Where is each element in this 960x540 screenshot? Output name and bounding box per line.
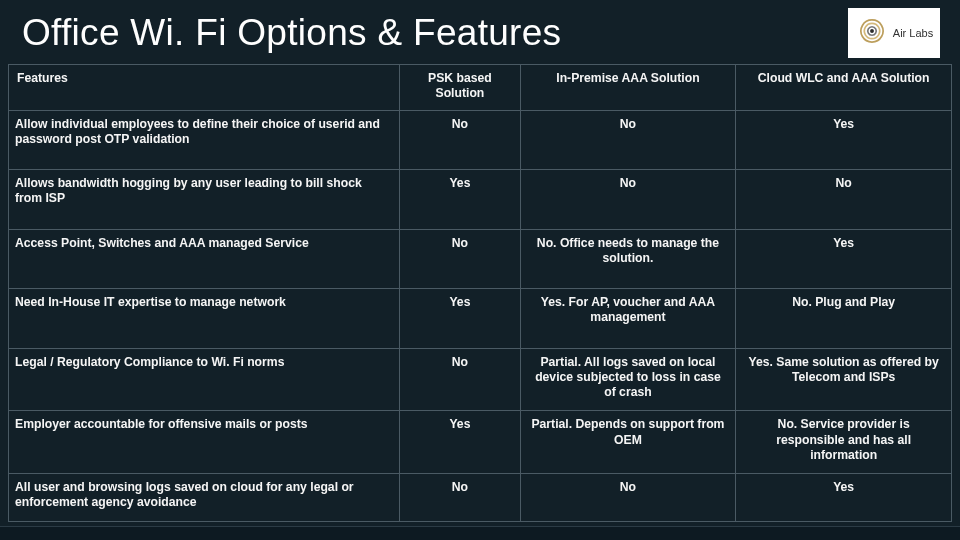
cell-psk: Yes (400, 170, 520, 230)
cell-feature: Legal / Regulatory Compliance to Wi. Fi … (9, 348, 400, 411)
cell-psk: No (400, 110, 520, 170)
comparison-table: Features PSK based Solution In-Premise A… (8, 64, 952, 522)
col-header-premise: In-Premise AAA Solution (520, 65, 736, 111)
swirl-icon (855, 14, 889, 52)
cell-feature: Access Point, Switches and AAA managed S… (9, 229, 400, 289)
cell-premise: No. Office needs to manage the solution. (520, 229, 736, 289)
cell-premise: No (520, 170, 736, 230)
cell-cloud: Yes (736, 110, 952, 170)
cell-premise: No (520, 110, 736, 170)
cell-feature: All user and browsing logs saved on clou… (9, 474, 400, 522)
cell-cloud: No (736, 170, 952, 230)
cell-psk: No (400, 348, 520, 411)
svg-point-0 (870, 29, 874, 33)
table-row: Allows bandwidth hogging by any user lea… (9, 170, 952, 230)
cell-premise: Yes. For AP, voucher and AAA management (520, 289, 736, 349)
cell-cloud: No. Plug and Play (736, 289, 952, 349)
table-row: Access Point, Switches and AAA managed S… (9, 229, 952, 289)
comparison-table-container: Features PSK based Solution In-Premise A… (0, 64, 960, 522)
cell-psk: Yes (400, 411, 520, 474)
cell-feature: Allow individual employees to define the… (9, 110, 400, 170)
cell-premise: No (520, 474, 736, 522)
cell-cloud: Yes (736, 229, 952, 289)
table-row: Need In-House IT expertise to manage net… (9, 289, 952, 349)
table-header-row: Features PSK based Solution In-Premise A… (9, 65, 952, 111)
page-title: Office Wi. Fi Options & Features (22, 12, 561, 54)
cell-feature: Allows bandwidth hogging by any user lea… (9, 170, 400, 230)
slide-header: Office Wi. Fi Options & Features Air Lab… (0, 0, 960, 64)
cell-cloud: Yes. Same solution as offered by Telecom… (736, 348, 952, 411)
table-row: Allow individual employees to define the… (9, 110, 952, 170)
slide: Office Wi. Fi Options & Features Air Lab… (0, 0, 960, 540)
cell-premise: Partial. Depends on support from OEM (520, 411, 736, 474)
table-row: Employer accountable for offensive mails… (9, 411, 952, 474)
table-row: Legal / Regulatory Compliance to Wi. Fi … (9, 348, 952, 411)
logo-text: Air Labs (893, 28, 933, 39)
cell-psk: No (400, 474, 520, 522)
cell-feature: Need In-House IT expertise to manage net… (9, 289, 400, 349)
bottom-accent-bar (0, 526, 960, 540)
col-header-cloud: Cloud WLC and AAA Solution (736, 65, 952, 111)
cell-feature: Employer accountable for offensive mails… (9, 411, 400, 474)
cell-psk: No (400, 229, 520, 289)
table-row: All user and browsing logs saved on clou… (9, 474, 952, 522)
cell-cloud: Yes (736, 474, 952, 522)
cell-psk: Yes (400, 289, 520, 349)
col-header-features: Features (9, 65, 400, 111)
cell-cloud: No. Service provider is responsible and … (736, 411, 952, 474)
col-header-psk: PSK based Solution (400, 65, 520, 111)
logo: Air Labs (848, 8, 940, 58)
cell-premise: Partial. All logs saved on local device … (520, 348, 736, 411)
